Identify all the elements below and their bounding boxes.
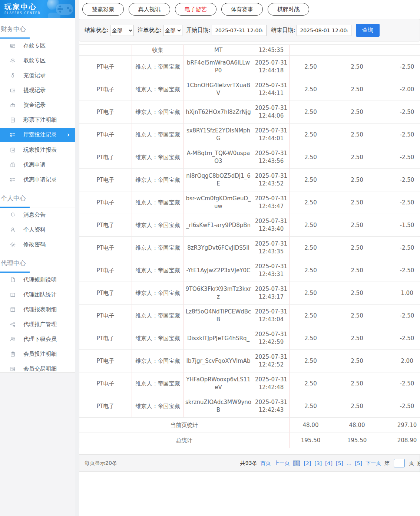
page-link-5[interactable]: [5]	[336, 460, 343, 466]
sidebar-item-agent-sub-members[interactable]: 代理下级会员	[0, 332, 75, 346]
sidebar-item-agent-report-details[interactable]: 代理报表明细	[0, 302, 75, 317]
order-status-select[interactable]: 全部	[163, 25, 182, 36]
cell-valid-bet: 2.50	[332, 282, 382, 305]
cell-time: 12:45:35	[253, 45, 290, 56]
sidebar-item-funds-records[interactable]: 资金记录	[0, 98, 75, 112]
cell-time: 2025-07-3112:44:06	[253, 101, 290, 124]
cell-bet-amount: 2.50	[290, 101, 332, 124]
cell-bet-amount	[290, 45, 332, 56]
cell-time: 2025-07-3112:42:48	[253, 372, 290, 395]
cell-game-type: PT电子	[79, 237, 132, 259]
total-count-label: 共93条	[240, 460, 257, 467]
cell-order-id: Ib7jgr_ScvFqoXYVlmAb	[184, 350, 253, 372]
sidebar-item-label: 代理规则说明	[23, 276, 57, 283]
sidebar-item-withdrawal-records[interactable]: 提现记录	[0, 83, 75, 98]
bet-records-tbody: 收集MT12:45:35PT电子维京人：帝国宝藏bRF4eI5mWraOA6iL…	[79, 45, 420, 448]
page-link-3[interactable]: [3]	[314, 460, 322, 466]
sidebar-item-label: 存款专区	[23, 42, 46, 49]
table-row: PT电子维京人：帝国宝藏9TO6K3FkrX93mTz3kxrz2025-07-…	[79, 282, 420, 305]
summary-bet-amount: 195.50	[290, 433, 332, 448]
sidebar-item-label: 个人资料	[23, 226, 46, 233]
first-page-link[interactable]: 首页	[261, 460, 271, 467]
logo-banner: 玩家中心 PLAYERS CENTER	[0, 0, 75, 18]
cell-win-loss: -2.50	[382, 124, 420, 146]
query-button[interactable]: 查询	[356, 24, 380, 37]
sidebar-item-member-transaction-details[interactable]: 会员交易明细	[0, 361, 75, 373]
page-ellipsis: ...	[347, 460, 351, 466]
gear-icon	[10, 242, 16, 247]
cell-bet-amount: 2.50	[290, 56, 332, 78]
sidebar-item-promo-apply[interactable]: 优惠申请	[0, 157, 75, 172]
sidebar-item-hall-bet-records[interactable]: 厅室投注记录›	[0, 128, 75, 142]
sidebar-item-label: 代理下级会员	[23, 336, 57, 343]
cell-bet-amount: 2.50	[290, 78, 332, 101]
cell-game-name: 维京人：帝国宝藏	[132, 305, 184, 327]
sidebar-item-agent-rules[interactable]: 代理规则说明	[0, 272, 75, 287]
cell-valid-bet: 2.50	[332, 237, 382, 259]
cell-order-id: -YtE1AyJwZ2P3xVJeY0C	[184, 259, 253, 282]
cell-game-type: PT电子	[79, 305, 132, 327]
sidebar-item-change-password[interactable]: 修改密码	[0, 237, 75, 252]
cell-valid-bet: 2.50	[332, 191, 382, 214]
cell-game-name: 维京人：帝国宝藏	[132, 259, 184, 282]
end-date-input[interactable]	[297, 25, 351, 36]
sidebar-item-label: 消息公告	[23, 211, 46, 218]
sidebar-item-label: 修改密码	[23, 241, 46, 248]
cell-game-type: PT电子	[79, 372, 132, 395]
main-content: 雙赢彩票真人视讯电子游艺体育赛事棋牌对战 结算状态: 全部 注单状态: 全部 开…	[79, 0, 420, 516]
sidebar-item-promo-apply-records[interactable]: 优惠申请记录	[0, 172, 75, 187]
cell-bet-amount: 2.50	[290, 169, 332, 191]
sidebar-item-player-bet-report[interactable]: 玩家投注报表	[0, 142, 75, 157]
prev-page-link[interactable]: 上一页	[274, 460, 290, 467]
member-transaction-details-icon	[10, 366, 16, 372]
settle-status-select[interactable]: 全部	[110, 25, 134, 36]
page-link-1[interactable]: [1]	[293, 460, 301, 466]
page-link-5[interactable]: [5]	[355, 460, 362, 466]
page-link-4[interactable]: [4]	[325, 460, 333, 466]
sidebar-item-label: 取款专区	[23, 57, 46, 64]
sidebar-item-announcements[interactable]: 消息公告	[0, 207, 75, 222]
cell-game-type: PT电子	[79, 169, 132, 191]
sidebar-item-agent-promotion[interactable]: 代理推广管理	[0, 317, 75, 332]
bell-icon	[10, 212, 16, 218]
cell-bet-amount: 2.50	[290, 146, 332, 169]
jump-suffix-label: 页	[409, 460, 414, 467]
settle-status-label: 结算状态:	[85, 27, 109, 34]
sidebar-item-label: 代理团队统计	[23, 291, 57, 298]
cell-win-loss: -2.50	[382, 305, 420, 327]
cell-win-loss: -2.50	[382, 101, 420, 124]
bet-records-table: 收集MT12:45:35PT电子维京人：帝国宝藏bRF4eI5mWraOA6iL…	[79, 45, 420, 448]
tab-体育赛事[interactable]: 体育赛事	[221, 3, 263, 16]
sidebar-item-profile[interactable]: 个人资料	[0, 222, 75, 237]
cell-win-loss: -2.50	[382, 169, 420, 191]
sidebar-item-lottery-bet-details[interactable]: 彩票下注明细	[0, 112, 75, 127]
sidebar-item-label: 优惠申请	[23, 161, 46, 168]
cell-win-loss: -2.50	[382, 372, 420, 395]
section-title: 财务中心	[0, 22, 75, 38]
cell-valid-bet: 2.50	[332, 56, 382, 78]
next-page-link[interactable]: 下一页	[366, 460, 381, 467]
user-icon	[10, 227, 16, 233]
sidebar-item-label: 厅室投注记录	[23, 131, 57, 138]
jump-page-input[interactable]	[394, 459, 405, 467]
tab-棋牌对战[interactable]: 棋牌对战	[268, 3, 309, 16]
sidebar: 玩家中心 PLAYERS CENTER 财务中心存款专区取款专区充值记录提现记录…	[0, 0, 75, 373]
tab-雙赢彩票[interactable]: 雙赢彩票	[82, 3, 124, 16]
cell-time: 2025-07-3112:44:18	[253, 56, 290, 78]
sidebar-item-recharge-records[interactable]: 充值记录	[0, 68, 75, 83]
tab-真人视讯[interactable]: 真人视讯	[129, 3, 170, 16]
cell-time: 2025-07-3112:43:31	[253, 259, 290, 282]
pagination-controls: 共93条 首页 上一页 [1][2][3][4][5]...[5] 下一页 第 …	[240, 459, 420, 467]
tab-电子游艺[interactable]: 电子游艺	[175, 3, 216, 16]
cell-valid-bet: 2.50	[332, 327, 382, 350]
cell-game-name: 维京人：帝国宝藏	[132, 78, 184, 101]
game-category-tabs: 雙赢彩票真人视讯电子游艺体育赛事棋牌对战	[79, 0, 420, 18]
player-bet-report-icon	[10, 147, 16, 153]
sidebar-item-member-bet-details[interactable]: 会员投注明细	[0, 346, 75, 361]
sidebar-item-withdraw-area[interactable]: 取款专区	[0, 53, 75, 68]
sidebar-item-agent-team-stats[interactable]: 代理团队统计	[0, 287, 75, 302]
sidebar-item-deposit-area[interactable]: 存款专区	[0, 38, 75, 53]
start-date-input[interactable]	[212, 25, 267, 36]
app-subtitle: PLAYERS CENTER	[4, 11, 71, 15]
page-link-2[interactable]: [2]	[304, 460, 311, 466]
